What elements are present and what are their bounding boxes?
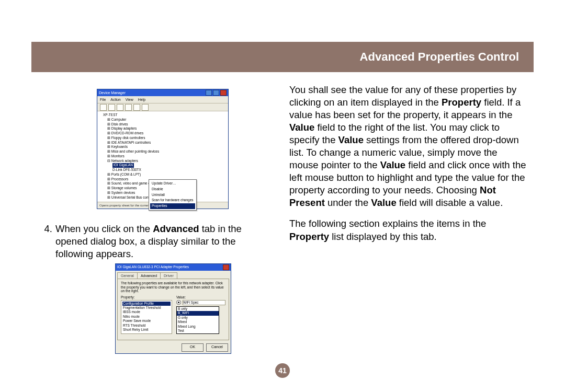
menu-item[interactable]: View <box>126 97 133 102</box>
header-bar: Advanced Properties Control <box>31 42 534 72</box>
tree-item[interactable]: ⊞ IDE ATA/ATAPI controllers <box>100 141 225 145</box>
tree-item[interactable]: ⊞ Display adapters <box>100 126 225 131</box>
step-number: 4. <box>37 223 52 260</box>
ctx-item[interactable]: Scan for hardware changes <box>150 198 195 203</box>
radio-value[interactable] <box>176 300 181 305</box>
tree-item[interactable]: ⊞ Disk drives <box>100 122 225 127</box>
ctx-item[interactable]: Disable <box>150 187 195 192</box>
list-item[interactable]: B_WiFi <box>177 311 219 315</box>
tab-advanced[interactable]: Advanced <box>137 272 161 279</box>
value-dropdown[interactable]: WiFi Spec <box>183 300 225 305</box>
ctx-item[interactable]: Uninstall <box>150 192 195 198</box>
window-title: IOI GigaLAN GLU832-3 PCI Adapter Propert… <box>117 265 189 269</box>
device-tree[interactable]: XP-TEST ⊞ Computer ⊞ Disk drives ⊞ Displ… <box>97 111 228 202</box>
ok-button[interactable]: OK <box>182 343 204 352</box>
window-buttons <box>206 90 227 96</box>
tab-driver[interactable]: Driver <box>160 272 177 279</box>
toolbar-icon[interactable] <box>133 104 140 111</box>
tab-bar: General Advanced Driver <box>116 271 231 279</box>
value-dropdown-list[interactable]: B only B_WiFi G only Mixed Mixed Long Te… <box>176 306 219 334</box>
figure-device-manager: Device Manager File Action View Help <box>97 89 229 209</box>
list-item[interactable]: G only <box>177 316 219 320</box>
window-menubar: File Action View Help <box>97 96 228 103</box>
left-column: Device Manager File Action View Help <box>37 84 276 363</box>
manual-page: Advanced Properties Control Device Manag… <box>0 0 565 392</box>
context-menu: Update Driver… Disable Uninstall Scan fo… <box>149 179 197 211</box>
window-titlebar: IOI GigaLAN GLU832-3 PCI Adapter Propert… <box>116 264 231 271</box>
page-number: 41 <box>275 363 290 378</box>
tab-general[interactable]: General <box>117 272 138 279</box>
value-label: Value: <box>176 295 186 299</box>
list-item[interactable]: Mixed <box>177 320 219 324</box>
list-item[interactable]: Nitro mode <box>122 315 171 319</box>
list-item[interactable]: RTS Threshold <box>122 324 171 328</box>
right-column: You shall see the value for any of these… <box>289 84 528 363</box>
list-item[interactable]: Power Save mode <box>122 319 171 323</box>
tree-item[interactable]: ⊞ Mice and other pointing devices <box>100 149 225 154</box>
window-title: Device Manager <box>99 90 126 95</box>
ctx-item[interactable]: Update Driver… <box>150 181 195 187</box>
tree-item[interactable]: D-Link DFE-530TX <box>100 168 225 172</box>
list-item[interactable]: IBSS mode <box>122 310 171 314</box>
step-4: 4. When you click on the Advanced tab in… <box>37 223 276 260</box>
toolbar-icon[interactable] <box>125 104 132 111</box>
close-icon[interactable] <box>223 264 229 270</box>
tree-item[interactable]: ⊞ DVD/CD-ROM drives <box>100 131 225 136</box>
page-title: Advanced Properties Control <box>360 50 519 64</box>
tree-root[interactable]: XP-TEST <box>100 113 225 118</box>
window-titlebar: Device Manager <box>97 89 228 96</box>
figure-properties-dialog: IOI GigaLAN GLU832-3 PCI Adapter Propert… <box>115 263 231 354</box>
body-paragraph: The following section explains the items… <box>289 217 528 243</box>
content-columns: Device Manager File Action View Help <box>37 84 528 363</box>
minimize-icon[interactable] <box>206 90 212 96</box>
list-item[interactable]: Test <box>177 329 219 333</box>
list-item[interactable]: B only <box>177 307 219 311</box>
step-text: When you click on the Advanced tab in th… <box>55 223 276 260</box>
tree-item[interactable]: ⊞ Ports (COM & LPT) <box>100 172 225 177</box>
tree-item[interactable]: ⊞ Keyboards <box>100 145 225 149</box>
toolbar-icon[interactable] <box>108 104 115 111</box>
menu-item[interactable]: Action <box>110 97 120 102</box>
advanced-panel: The following properties are available f… <box>117 279 229 340</box>
list-item[interactable]: Fragmentation Threshold <box>122 306 171 310</box>
toolbar-icon[interactable] <box>100 104 107 111</box>
list-item[interactable]: Short Retry Limit <box>122 328 171 332</box>
menu-item[interactable]: File <box>100 97 106 102</box>
ctx-item-properties[interactable]: Properties <box>150 203 195 209</box>
tree-item-selected[interactable]: IOI GigaLAN <box>100 163 225 168</box>
cancel-button[interactable]: Cancel <box>206 343 228 352</box>
property-section: Property: Configuration Profile Fragment… <box>121 295 172 338</box>
panel-hint: The following properties are available f… <box>121 281 225 293</box>
tree-item[interactable]: ⊞ Monitors <box>100 154 225 159</box>
toolbar-icon[interactable] <box>117 104 123 111</box>
close-icon[interactable] <box>220 90 227 96</box>
toolbar-icon[interactable] <box>142 104 149 111</box>
property-label: Property: <box>121 295 172 299</box>
list-item[interactable]: Mixed Long <box>177 325 219 329</box>
tree-item[interactable]: ⊞ Computer <box>100 118 225 122</box>
menu-item[interactable]: Help <box>138 97 145 102</box>
window-toolbar <box>97 103 228 111</box>
tree-item[interactable]: ⊟ Network adapters <box>100 159 225 164</box>
maximize-icon[interactable] <box>213 90 219 96</box>
body-paragraph: You shall see the value for any of these… <box>289 84 528 209</box>
dialog-footer: OK Cancel <box>116 342 231 353</box>
list-item[interactable]: Configuration Profile <box>122 302 171 306</box>
value-section: Value: WiFi Spec B only B_WiFi G only Mi… <box>176 295 225 338</box>
property-list[interactable]: Configuration Profile Fragmentation Thre… <box>121 300 172 334</box>
tree-item[interactable]: ⊞ Floppy disk controllers <box>100 136 225 141</box>
